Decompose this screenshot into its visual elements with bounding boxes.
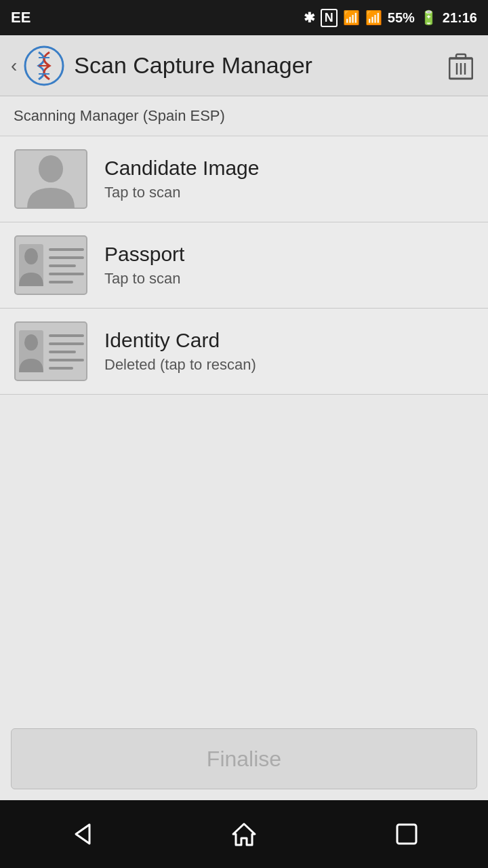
passport-title: Passport xyxy=(104,243,184,266)
bottom-nav xyxy=(0,800,488,868)
svg-rect-6 xyxy=(456,54,466,58)
identity-card-icon xyxy=(14,321,88,382)
passport-text: Passport Tap to scan xyxy=(104,243,184,288)
status-right: ✱ N 📶 📶 55% 🔋 21:16 xyxy=(304,9,477,27)
svg-marker-29 xyxy=(233,824,255,845)
finalise-button[interactable]: Finalise xyxy=(11,728,477,789)
back-button[interactable]: ‹ xyxy=(11,55,17,77)
candidate-image-subtitle: Tap to scan xyxy=(104,184,260,201)
candidate-image-title: Candidate Image xyxy=(104,157,260,180)
nav-home-button[interactable] xyxy=(224,814,264,854)
content-spacer xyxy=(0,395,488,717)
battery-icon: 🔋 xyxy=(420,9,437,26)
svg-marker-28 xyxy=(76,825,89,844)
nav-recent-icon xyxy=(393,821,420,848)
main-content: Scanning Manager (Spain ESP) Candidate I… xyxy=(0,96,488,800)
candidate-image-text: Candidate Image Tap to scan xyxy=(104,157,260,201)
nav-home-icon xyxy=(230,821,258,848)
identity-card-text: Identity Card Deleted (tap to rescan) xyxy=(104,329,256,374)
identity-card-item[interactable]: Identity Card Deleted (tap to rescan) xyxy=(0,309,488,395)
bluetooth-icon: ✱ xyxy=(304,9,315,26)
nfc-icon: N xyxy=(321,9,338,27)
nav-back-button[interactable] xyxy=(61,814,102,854)
app-title: Scan Capture Manager xyxy=(74,52,445,79)
signal-icon: 📶 xyxy=(365,9,382,26)
passport-subtitle: Tap to scan xyxy=(104,270,184,288)
carrier-label: EE xyxy=(11,9,30,26)
wifi-icon: 📶 xyxy=(343,9,360,26)
delete-button[interactable] xyxy=(445,50,477,82)
scanning-manager-subtitle: Scanning Manager (Spain ESP) xyxy=(0,96,488,136)
identity-card-title: Identity Card xyxy=(104,329,256,352)
status-bar: EE ✱ N 📶 📶 55% 🔋 21:16 xyxy=(0,0,488,35)
delete-icon xyxy=(449,52,473,80)
svg-point-11 xyxy=(39,155,63,182)
nav-recent-button[interactable] xyxy=(386,814,427,854)
app-bar: ‹ Scan Capture Manager xyxy=(0,35,488,96)
battery-label: 55% xyxy=(388,10,415,26)
passport-item[interactable]: Passport Tap to scan xyxy=(0,222,488,309)
app-logo xyxy=(24,45,64,86)
candidate-image-item[interactable]: Candidate Image Tap to scan xyxy=(0,136,488,222)
time-label: 21:16 xyxy=(443,10,477,26)
identity-card-subtitle: Deleted (tap to rescan) xyxy=(104,356,256,374)
nav-back-icon xyxy=(68,821,95,848)
svg-point-22 xyxy=(24,334,38,351)
candidate-image-icon xyxy=(14,149,88,210)
svg-point-14 xyxy=(24,248,38,264)
svg-rect-30 xyxy=(397,825,416,844)
passport-icon xyxy=(14,235,88,296)
